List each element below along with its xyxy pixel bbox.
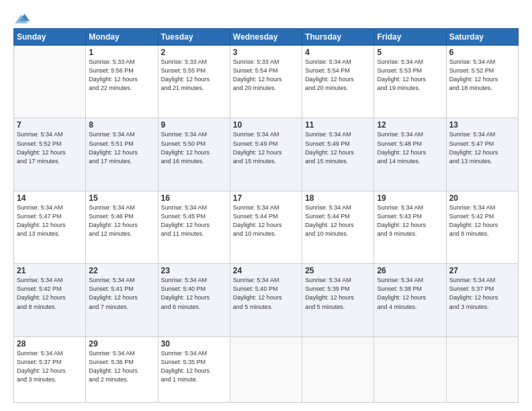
day-info: Sunrise: 5:34 AM Sunset: 5:46 PM Dayligh…	[89, 203, 154, 238]
day-info: Sunrise: 5:34 AM Sunset: 5:45 PM Dayligh…	[161, 203, 227, 238]
calendar-day-cell: 12Sunrise: 5:34 AM Sunset: 5:48 PM Dayli…	[374, 118, 446, 191]
day-number: 13	[449, 120, 515, 130]
day-info: Sunrise: 5:34 AM Sunset: 5:52 PM Dayligh…	[17, 130, 83, 165]
page: SundayMondayTuesdayWednesdayThursdayFrid…	[0, 0, 532, 411]
col-header-saturday: Saturday	[446, 29, 518, 46]
day-number: 5	[377, 48, 443, 57]
calendar-week-row: 1Sunrise: 5:33 AM Sunset: 5:56 PM Daylig…	[14, 46, 519, 118]
day-info: Sunrise: 5:34 AM Sunset: 5:54 PM Dayligh…	[305, 58, 371, 93]
day-number: 28	[17, 339, 83, 349]
calendar-day-cell: 28Sunrise: 5:34 AM Sunset: 5:37 PM Dayli…	[14, 336, 86, 402]
calendar-day-cell: 27Sunrise: 5:34 AM Sunset: 5:37 PM Dayli…	[446, 264, 518, 336]
calendar-day-cell	[302, 336, 374, 402]
day-number: 4	[305, 48, 371, 57]
day-number: 9	[161, 120, 227, 130]
calendar-day-cell: 9Sunrise: 5:34 AM Sunset: 5:50 PM Daylig…	[158, 118, 230, 191]
calendar-day-cell: 19Sunrise: 5:34 AM Sunset: 5:43 PM Dayli…	[374, 191, 446, 263]
day-number: 18	[305, 193, 371, 203]
col-header-monday: Monday	[86, 29, 158, 46]
col-header-thursday: Thursday	[302, 29, 374, 46]
day-info: Sunrise: 5:34 AM Sunset: 5:41 PM Dayligh…	[89, 276, 154, 311]
calendar-day-cell: 13Sunrise: 5:34 AM Sunset: 5:47 PM Dayli…	[446, 118, 518, 191]
day-number: 17	[233, 193, 299, 203]
calendar-day-cell: 8Sunrise: 5:34 AM Sunset: 5:51 PM Daylig…	[86, 118, 158, 191]
day-info: Sunrise: 5:34 AM Sunset: 5:40 PM Dayligh…	[233, 276, 299, 311]
day-info: Sunrise: 5:34 AM Sunset: 5:42 PM Dayligh…	[17, 276, 83, 311]
day-info: Sunrise: 5:34 AM Sunset: 5:53 PM Dayligh…	[377, 58, 443, 93]
calendar-day-cell: 17Sunrise: 5:34 AM Sunset: 5:44 PM Dayli…	[230, 191, 302, 263]
day-info: Sunrise: 5:34 AM Sunset: 5:37 PM Dayligh…	[449, 276, 515, 311]
calendar-day-cell: 1Sunrise: 5:33 AM Sunset: 5:56 PM Daylig…	[86, 46, 158, 118]
calendar-day-cell: 5Sunrise: 5:34 AM Sunset: 5:53 PM Daylig…	[374, 46, 446, 118]
day-info: Sunrise: 5:34 AM Sunset: 5:40 PM Dayligh…	[161, 276, 227, 311]
col-header-tuesday: Tuesday	[158, 29, 230, 46]
day-number: 12	[377, 120, 443, 130]
calendar-table: SundayMondayTuesdayWednesdayThursdayFrid…	[13, 28, 519, 403]
day-number: 1	[89, 48, 154, 57]
calendar-day-cell: 20Sunrise: 5:34 AM Sunset: 5:42 PM Dayli…	[446, 191, 518, 263]
logo	[13, 11, 31, 21]
day-info: Sunrise: 5:34 AM Sunset: 5:44 PM Dayligh…	[305, 203, 371, 238]
col-header-friday: Friday	[374, 29, 446, 46]
calendar-day-cell	[230, 336, 302, 402]
day-info: Sunrise: 5:34 AM Sunset: 5:48 PM Dayligh…	[377, 130, 443, 165]
day-number: 26	[377, 266, 443, 275]
calendar-day-cell	[14, 46, 86, 118]
day-info: Sunrise: 5:34 AM Sunset: 5:50 PM Dayligh…	[161, 130, 227, 165]
calendar-day-cell: 6Sunrise: 5:34 AM Sunset: 5:52 PM Daylig…	[446, 46, 518, 118]
day-info: Sunrise: 5:34 AM Sunset: 5:42 PM Dayligh…	[449, 203, 515, 238]
day-number: 16	[161, 193, 227, 203]
day-info: Sunrise: 5:33 AM Sunset: 5:55 PM Dayligh…	[161, 58, 227, 93]
day-info: Sunrise: 5:34 AM Sunset: 5:36 PM Dayligh…	[89, 349, 154, 384]
calendar-week-row: 14Sunrise: 5:34 AM Sunset: 5:47 PM Dayli…	[14, 191, 519, 263]
day-number: 23	[161, 266, 227, 275]
day-info: Sunrise: 5:34 AM Sunset: 5:39 PM Dayligh…	[305, 276, 371, 311]
calendar-day-cell: 4Sunrise: 5:34 AM Sunset: 5:54 PM Daylig…	[302, 46, 374, 118]
day-number: 25	[305, 266, 371, 275]
calendar-header-row: SundayMondayTuesdayWednesdayThursdayFrid…	[14, 29, 519, 46]
calendar-day-cell: 25Sunrise: 5:34 AM Sunset: 5:39 PM Dayli…	[302, 264, 374, 336]
day-number: 22	[89, 266, 154, 275]
calendar-day-cell: 2Sunrise: 5:33 AM Sunset: 5:55 PM Daylig…	[158, 46, 230, 118]
day-info: Sunrise: 5:34 AM Sunset: 5:37 PM Dayligh…	[17, 349, 83, 384]
calendar-day-cell	[446, 336, 518, 402]
calendar-day-cell: 22Sunrise: 5:34 AM Sunset: 5:41 PM Dayli…	[86, 264, 158, 336]
day-info: Sunrise: 5:34 AM Sunset: 5:38 PM Dayligh…	[377, 276, 443, 311]
day-number: 11	[305, 120, 371, 130]
header	[13, 11, 519, 21]
day-number: 10	[233, 120, 299, 130]
calendar-week-row: 21Sunrise: 5:34 AM Sunset: 5:42 PM Dayli…	[14, 264, 519, 336]
calendar-day-cell: 10Sunrise: 5:34 AM Sunset: 5:49 PM Dayli…	[230, 118, 302, 191]
calendar-day-cell: 24Sunrise: 5:34 AM Sunset: 5:40 PM Dayli…	[230, 264, 302, 336]
day-info: Sunrise: 5:34 AM Sunset: 5:47 PM Dayligh…	[17, 203, 83, 238]
calendar-day-cell: 18Sunrise: 5:34 AM Sunset: 5:44 PM Dayli…	[302, 191, 374, 263]
day-number: 15	[89, 193, 154, 203]
col-header-wednesday: Wednesday	[230, 29, 302, 46]
day-info: Sunrise: 5:34 AM Sunset: 5:51 PM Dayligh…	[89, 130, 154, 165]
day-number: 20	[449, 193, 515, 203]
day-number: 24	[233, 266, 299, 275]
day-info: Sunrise: 5:34 AM Sunset: 5:47 PM Dayligh…	[449, 130, 515, 165]
calendar-day-cell: 16Sunrise: 5:34 AM Sunset: 5:45 PM Dayli…	[158, 191, 230, 263]
day-info: Sunrise: 5:34 AM Sunset: 5:35 PM Dayligh…	[161, 349, 227, 384]
day-info: Sunrise: 5:33 AM Sunset: 5:54 PM Dayligh…	[233, 58, 299, 93]
day-info: Sunrise: 5:34 AM Sunset: 5:52 PM Dayligh…	[449, 58, 515, 93]
calendar-day-cell: 15Sunrise: 5:34 AM Sunset: 5:46 PM Dayli…	[86, 191, 158, 263]
calendar-day-cell: 30Sunrise: 5:34 AM Sunset: 5:35 PM Dayli…	[158, 336, 230, 402]
day-number: 14	[17, 193, 83, 203]
day-info: Sunrise: 5:34 AM Sunset: 5:49 PM Dayligh…	[305, 130, 371, 165]
day-number: 19	[377, 193, 443, 203]
day-number: 3	[233, 48, 299, 57]
calendar-day-cell: 7Sunrise: 5:34 AM Sunset: 5:52 PM Daylig…	[14, 118, 86, 191]
logo-icon	[15, 11, 31, 24]
calendar-day-cell: 11Sunrise: 5:34 AM Sunset: 5:49 PM Dayli…	[302, 118, 374, 191]
day-number: 6	[449, 48, 515, 57]
calendar-day-cell: 3Sunrise: 5:33 AM Sunset: 5:54 PM Daylig…	[230, 46, 302, 118]
calendar-week-row: 28Sunrise: 5:34 AM Sunset: 5:37 PM Dayli…	[14, 336, 519, 402]
calendar-day-cell: 21Sunrise: 5:34 AM Sunset: 5:42 PM Dayli…	[14, 264, 86, 336]
day-number: 27	[449, 266, 515, 275]
day-info: Sunrise: 5:34 AM Sunset: 5:49 PM Dayligh…	[233, 130, 299, 165]
calendar-day-cell: 14Sunrise: 5:34 AM Sunset: 5:47 PM Dayli…	[14, 191, 86, 263]
day-info: Sunrise: 5:34 AM Sunset: 5:43 PM Dayligh…	[377, 203, 443, 238]
day-number: 2	[161, 48, 227, 57]
